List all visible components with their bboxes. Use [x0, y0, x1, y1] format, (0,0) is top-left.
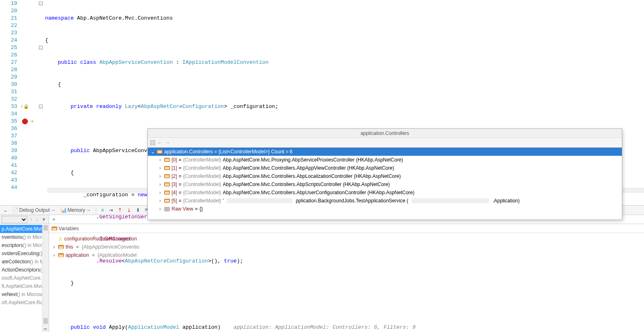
- popup-toolbar: ← →: [148, 138, 622, 148]
- variables-panel: + Variables ⚠ configurationRoot.GetConne…: [49, 215, 644, 332]
- tree-item[interactable]: › [2] = {ControllerModel} Abp.AspNetCore…: [148, 172, 622, 180]
- execution-pointer-icon: ➔: [30, 118, 34, 125]
- stack-frame[interactable]: oft.AspNetCore.Rou: [0, 298, 49, 307]
- object-icon: [164, 174, 170, 178]
- pin-icon[interactable]: [150, 140, 155, 145]
- up-icon[interactable]: ↑: [29, 217, 33, 222]
- variable-icon: [58, 253, 64, 257]
- line-number-gutter: 19 20 21 22 23 24 25 26 27 28 29 30 31 3…: [0, 0, 20, 192]
- toolbar-icon[interactable]: ⤒: [116, 206, 124, 214]
- object-icon: [164, 182, 170, 186]
- expand-icon[interactable]: ›: [158, 180, 163, 188]
- fold-toggle[interactable]: -: [39, 2, 43, 5]
- toolbar-icon[interactable]: ≡: [99, 206, 106, 214]
- back-icon[interactable]: ←: [158, 140, 163, 146]
- fold-toggle[interactable]: -: [39, 105, 43, 108]
- stack-frame[interactable]: ActionDescriptors(): [0, 266, 49, 274]
- object-icon: [164, 199, 170, 203]
- expand-icon[interactable]: ›: [158, 156, 163, 164]
- toolbar-icon[interactable]: ⇥: [107, 206, 115, 214]
- scroll-up-icon[interactable]: [43, 225, 48, 231]
- dropdown-icon[interactable]: ⌄: [2, 206, 9, 214]
- expand-icon[interactable]: ›: [158, 164, 163, 172]
- tree-root[interactable]: ⌄ application.Controllers = {List<Contro…: [148, 148, 622, 156]
- tree-item[interactable]: › [5] = {ControllerModel} ' pplication.B…: [148, 197, 622, 205]
- object-icon: [164, 191, 170, 195]
- stack-frame[interactable]: nventions() in Micro: [0, 233, 49, 241]
- call-stack-panel: ↑ ↓ ▼ p.AspNetCore.Mvc.C nventions() in …: [0, 215, 49, 332]
- watch-expression-warning[interactable]: ⚠ configurationRoot.GetConnection: [52, 235, 642, 243]
- variables-header: Variables: [49, 224, 644, 233]
- fold-margin[interactable]: - - -: [39, 0, 45, 192]
- toolbar-icon[interactable]: ⬇: [134, 206, 142, 214]
- object-icon: [157, 150, 163, 154]
- expand-icon[interactable]: ›: [158, 188, 163, 197]
- warning-icon: ⚠: [58, 235, 63, 243]
- thread-select[interactable]: [2, 216, 27, 223]
- filter-icon[interactable]: ▼: [41, 217, 47, 222]
- scroll-down-icon[interactable]: [43, 318, 48, 324]
- stack-frame[interactable]: ovidersExecuting(): [0, 249, 49, 258]
- stack-frame[interactable]: osoft.AspNetCore.M: [0, 274, 49, 282]
- breakpoint-icon[interactable]: [22, 119, 28, 124]
- debug-datatip-popup[interactable]: application.Controllers ← → ⌄ applicatio…: [147, 128, 622, 220]
- frames-header: ↑ ↓ ▼: [0, 215, 49, 224]
- expand-icon[interactable]: ›: [158, 197, 163, 205]
- object-icon: [164, 158, 170, 162]
- add-watch-button[interactable]: +: [51, 217, 57, 222]
- stack-frame[interactable]: ateCollection() in M: [0, 258, 49, 266]
- variable-row[interactable]: › application = {ApplicationModel: [52, 251, 642, 259]
- down-icon[interactable]: ↓: [35, 217, 39, 222]
- tree-item[interactable]: › [0] = {ControllerModel} Abp.AspNetCore…: [148, 156, 622, 164]
- variable-row[interactable]: › this = {AbpAppServiceConventio: [52, 243, 642, 251]
- popup-tree[interactable]: ⌄ application.Controllers = {List<Contro…: [148, 148, 622, 220]
- breakpoint-margin[interactable]: ↑🔒 ➔: [20, 0, 39, 192]
- folder-icon: [164, 207, 170, 211]
- frames-list[interactable]: p.AspNetCore.Mvc.C nventions() in Micro …: [0, 224, 49, 307]
- forward-icon[interactable]: →: [165, 140, 170, 146]
- tree-item[interactable]: › [4] = {ControllerModel} Abp.AspNetCore…: [148, 188, 622, 197]
- vertical-scrollbar[interactable]: ∞: [42, 225, 49, 332]
- redacted-text: [227, 198, 292, 203]
- stack-frame[interactable]: escriptors() in Micr: [0, 241, 49, 249]
- expand-icon[interactable]: ›: [52, 251, 56, 259]
- collapse-icon[interactable]: ⌄: [150, 148, 155, 156]
- fold-toggle[interactable]: -: [39, 46, 43, 49]
- expand-icon[interactable]: ›: [52, 243, 56, 251]
- toolbar-icon[interactable]: ⤓: [125, 206, 133, 214]
- expand-icon[interactable]: ›: [158, 205, 163, 213]
- expand-icon[interactable]: ›: [158, 172, 163, 180]
- infinity-icon: ∞: [44, 326, 47, 331]
- tree-item[interactable]: › [1] = {ControllerModel} Abp.AspNetCore…: [148, 164, 622, 172]
- object-icon: [164, 166, 170, 170]
- tree-item[interactable]: › [3] = {ControllerModel} Abp.AspNetCore…: [148, 180, 622, 188]
- redacted-text: [411, 198, 489, 203]
- variable-icon: [52, 227, 57, 231]
- debug-output-button[interactable]: 📄 Debug Output →: [11, 206, 57, 214]
- stack-frame[interactable]: ft.AspNetCore.Mvc.I: [0, 282, 49, 290]
- lock-icon: ↑🔒: [20, 104, 29, 109]
- variable-icon: [58, 245, 64, 249]
- stack-frame[interactable]: p.AspNetCore.Mvc.C: [0, 225, 49, 233]
- tree-raw-view[interactable]: › Raw View = {}: [148, 205, 622, 213]
- stack-frame[interactable]: veNext() in Microso: [0, 290, 49, 298]
- memory-button[interactable]: 📊 Memory →: [59, 206, 93, 214]
- popup-title: application.Controllers: [148, 129, 622, 138]
